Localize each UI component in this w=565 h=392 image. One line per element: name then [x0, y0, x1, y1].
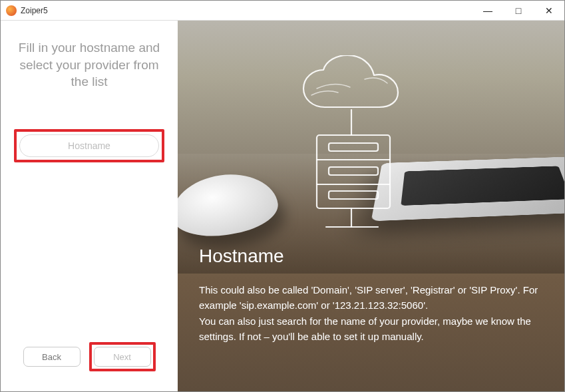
info-block: Hostname This could also be called 'Doma… [199, 246, 544, 344]
app-icon [6, 5, 17, 16]
svg-rect-6 [329, 191, 378, 199]
info-paragraph-2: You can also just search for the name of… [199, 314, 544, 344]
window-title: Zoiper5 [21, 6, 48, 15]
next-highlight: Next [89, 342, 156, 371]
close-button[interactable]: ✕ [534, 1, 564, 21]
maximize-button[interactable]: □ [503, 1, 534, 21]
cloud-server-icon [285, 55, 458, 255]
left-panel: Fill in your hostname and select your pr… [1, 21, 178, 391]
mouse-illustration [178, 168, 281, 242]
titlebar: Zoiper5 — □ ✕ [1, 1, 564, 21]
right-panel: Hostname This could also be called 'Doma… [178, 21, 564, 391]
info-paragraph-1: This could also be called 'Domain', 'SIP… [199, 283, 544, 313]
hostname-input[interactable] [19, 134, 159, 157]
info-heading: Hostname [199, 246, 544, 267]
info-text: This could also be called 'Domain', 'SIP… [199, 283, 544, 344]
instruction-text: Fill in your hostname and select your pr… [14, 39, 164, 91]
svg-rect-5 [329, 167, 378, 175]
next-button[interactable]: Next [94, 347, 151, 367]
svg-rect-1 [317, 135, 390, 208]
svg-rect-4 [329, 143, 378, 151]
wizard-buttons: Back Next [14, 342, 164, 378]
hostname-highlight [14, 129, 164, 162]
minimize-button[interactable]: — [472, 1, 503, 21]
back-button[interactable]: Back [23, 347, 81, 367]
